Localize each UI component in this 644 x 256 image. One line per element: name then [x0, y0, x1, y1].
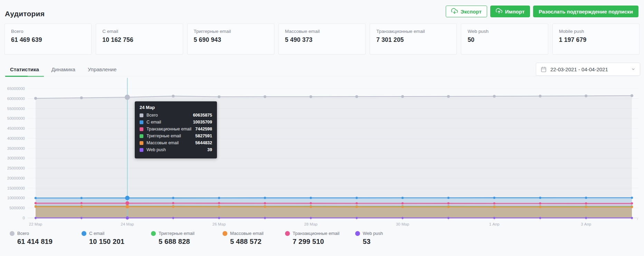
stat-card-label: Транзакционные email [376, 29, 450, 34]
audience-chart[interactable]: 0500000010000000150000002000000025000000… [0, 69, 644, 232]
svg-text:22 Мар: 22 Мар [29, 222, 42, 226]
svg-text:5000000: 5000000 [9, 206, 25, 210]
stat-card-mobile-push: Mobile push1 197 679 [552, 24, 640, 55]
legend-dot-icon [285, 231, 290, 236]
import-button-label: Импорт [505, 9, 524, 15]
stat-card-with-email: С email10 162 756 [96, 24, 183, 55]
stat-card-value: 50 [467, 36, 541, 44]
svg-text:1 Апр: 1 Апр [489, 222, 500, 226]
stats-cards-row: Всего61 469 639С email10 162 756Триггерн… [4, 24, 640, 55]
page-title: Аудитория [5, 10, 45, 18]
legend-item-web-push: Web push53 [355, 231, 383, 246]
stat-card-label: Web push [467, 29, 541, 34]
svg-text:10000000: 10000000 [7, 196, 25, 200]
svg-text:28 Мар: 28 Мар [304, 222, 318, 226]
svg-text:55000000: 55000000 [7, 107, 25, 111]
svg-text:30 Мар: 30 Мар [396, 222, 409, 226]
stat-card-value: 5 490 373 [285, 36, 359, 44]
tooltip-row: Всего60635875 [140, 113, 212, 118]
svg-text:25000000: 25000000 [7, 166, 25, 170]
import-button[interactable]: Импорт [490, 6, 530, 17]
stat-card-value: 7 301 205 [376, 36, 450, 44]
export-button-label: Экспорт [461, 9, 482, 15]
tooltip-series-value: 10035709 [193, 120, 212, 125]
svg-text:30000000: 30000000 [7, 156, 25, 160]
stat-card-label: Mobile push [559, 29, 633, 34]
tooltip-row: Триггерные email5827591 [140, 134, 212, 138]
legend-dot-icon [82, 231, 86, 236]
series-swatch-icon [140, 134, 143, 138]
legend-dot-icon [10, 231, 15, 236]
legend-dot-icon [151, 231, 156, 236]
svg-text:65000000: 65000000 [7, 86, 25, 91]
cloud-download-icon [451, 8, 458, 15]
stat-card-value: 10 162 756 [102, 36, 176, 44]
tooltip-date: 24 Мар [140, 105, 212, 110]
stat-card-label: С email [102, 29, 176, 34]
tooltip-row: Массовые email5644832 [140, 140, 212, 145]
svg-text:0: 0 [23, 216, 25, 220]
legend-item-total: Всего61 414 819 [10, 231, 53, 246]
legend-item-trigger-email: Триггерные email5 688 828 [151, 231, 195, 246]
tooltip-row: С email10035709 [140, 120, 212, 125]
stat-card-trigger-email: Триггерные email5 690 943 [187, 24, 274, 55]
tooltip-row: Web push39 [140, 147, 212, 152]
cloud-upload-icon [496, 8, 502, 15]
chart-tooltip: 24 Мар Всего60635875С email10035709Транз… [135, 101, 217, 158]
legend-dot-icon [222, 231, 227, 236]
svg-text:26 Мар: 26 Мар [212, 222, 226, 226]
legend-value: 53 [363, 238, 383, 246]
legend-value: 10 150 201 [89, 238, 124, 246]
legend-label: Массовые email [230, 231, 264, 236]
legend-dot-icon [355, 231, 360, 236]
stat-card-label: Массовые email [285, 29, 359, 34]
svg-text:50000000: 50000000 [7, 116, 25, 120]
toolbar: Экспорт Импорт Разослать подтверждение п… [446, 6, 638, 17]
svg-text:15000000: 15000000 [7, 186, 25, 190]
series-swatch-icon [140, 141, 143, 145]
svg-text:35000000: 35000000 [7, 146, 25, 150]
stat-card-total: Всего61 469 639 [4, 24, 92, 55]
send-confirmation-button-label: Разослать подтверждение подписки [539, 9, 633, 15]
tooltip-series-value: 5644832 [195, 140, 212, 145]
legend-label: Всего [17, 231, 29, 236]
tooltip-series-label: Всего [146, 113, 189, 118]
stat-card-transactional: Транзакционные email7 301 205 [370, 24, 457, 55]
svg-text:40000000: 40000000 [7, 136, 25, 140]
send-confirmation-button[interactable]: Разослать подтверждение подписки [533, 6, 638, 17]
legend-label: С email [89, 231, 104, 236]
tooltip-series-label: Массовые email [146, 140, 192, 145]
tooltip-series-label: Транзакционные email [146, 127, 192, 131]
legend-item-with-email: С email10 150 201 [82, 231, 124, 246]
tooltip-series-value: 5827591 [195, 134, 212, 138]
legend-item-mass-email: Массовые email5 488 572 [222, 231, 264, 246]
series-swatch-icon [140, 120, 143, 124]
legend-value: 7 299 510 [293, 238, 339, 246]
legend-label: Транзакционные email [293, 231, 339, 236]
stat-card-label: Триггерные email [194, 29, 268, 34]
legend-item-transactional: Транзакционные email7 299 510 [285, 231, 339, 246]
stat-card-value: 1 197 679 [559, 36, 633, 44]
tooltip-series-value: 39 [207, 147, 212, 152]
stat-card-web-push: Web push50 [461, 24, 548, 55]
tooltip-row: Транзакционные email7442598 [140, 127, 212, 131]
svg-text:45000000: 45000000 [7, 126, 25, 130]
series-swatch-icon [140, 148, 143, 152]
legend-label: Триггерные email [159, 231, 195, 236]
legend-value: 5 488 572 [230, 238, 264, 246]
legend-label: Web push [363, 231, 383, 236]
stat-card-mass-email: Массовые email5 490 373 [278, 24, 366, 55]
export-button[interactable]: Экспорт [446, 6, 487, 17]
tooltip-series-value: 60635875 [193, 113, 212, 118]
svg-text:60000000: 60000000 [7, 97, 25, 101]
stat-card-value: 5 690 943 [194, 36, 268, 44]
tooltip-series-value: 7442598 [195, 127, 212, 131]
series-swatch-icon [140, 113, 143, 117]
tooltip-series-label: Триггерные email [146, 134, 192, 138]
stat-card-label: Всего [11, 29, 85, 34]
series-swatch-icon [140, 127, 143, 131]
tooltip-series-label: С email [146, 120, 189, 125]
svg-text:24 Мар: 24 Мар [121, 222, 134, 226]
tooltip-series-label: Web push [146, 147, 204, 152]
legend-value: 61 414 819 [17, 238, 53, 246]
